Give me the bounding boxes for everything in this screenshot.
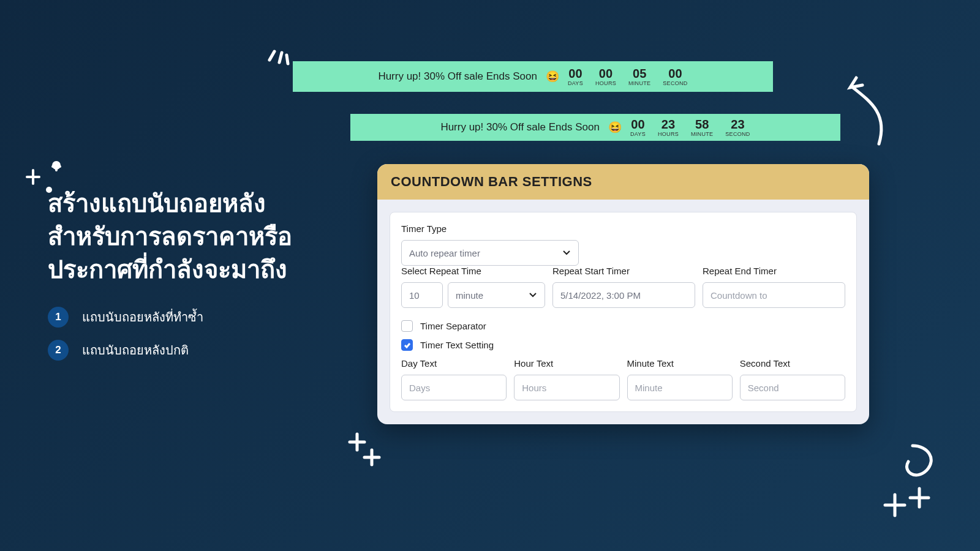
hero-title: สร้างแถบนับถอยหลังสำหรับการลดราคาหรือประ…	[48, 187, 323, 286]
timer-type-select[interactable]: Auto repear timer	[401, 240, 579, 266]
checkbox-label: Timer Separator	[420, 321, 486, 331]
chevron-down-icon	[529, 291, 537, 299]
day-text-label: Day Text	[401, 358, 507, 369]
emoji-icon: 😆	[546, 70, 559, 83]
hero-section: สร้างแถบนับถอยหลังสำหรับการลดราคาหรือประ…	[48, 187, 323, 373]
doodle-accent-icon	[263, 37, 294, 67]
countdown-units: 00DAYS 23HOURS 58MINUTE 23SECOND	[630, 118, 750, 137]
second-text-label: Second Text	[740, 358, 845, 369]
doodle-sparkle-icon	[346, 432, 383, 468]
repeat-time-label: Select Repeat Time	[401, 266, 545, 276]
bullet-number-icon: 1	[48, 307, 69, 328]
minute-text-label: Minute Text	[627, 358, 733, 369]
repeat-start-input[interactable]: 5/14/2022, 3:00 PM	[552, 282, 695, 308]
bullet-number-icon: 2	[48, 340, 69, 361]
bar-message: Hurry up! 30% Off sale Ends Soon	[440, 121, 600, 133]
doodle-swirl-sparkle-icon	[879, 441, 946, 520]
timer-type-label: Timer Type	[401, 223, 579, 234]
doodle-arrow-icon	[845, 70, 900, 150]
countdown-units: 00DAYS 00HOURS 05MINUTE 00SECOND	[568, 67, 688, 86]
minute-text-input[interactable]: Minute	[627, 375, 733, 400]
bullet-text: แถบนับถอยหลังปกติ	[82, 340, 189, 360]
bullet-text: แถบนับถอยหลังที่ทำซ้ำ	[82, 307, 203, 327]
checkbox-icon	[401, 320, 413, 332]
checkbox-label: Timer Text Setting	[420, 340, 494, 350]
svg-point-0	[52, 161, 61, 170]
settings-panel: COUNTDOWN BAR SETTIGNS Timer Type Auto r…	[377, 164, 869, 424]
second-text-input[interactable]: Second	[740, 375, 845, 400]
emoji-icon: 😆	[608, 121, 622, 134]
hour-text-input[interactable]: Hours	[514, 375, 619, 400]
countdown-bar-1: Hurry up! 30% Off sale Ends Soon 😆 00DAY…	[293, 61, 773, 92]
panel-title: COUNTDOWN BAR SETTIGNS	[377, 164, 869, 200]
timer-text-setting-checkbox[interactable]: Timer Text Setting	[401, 339, 845, 351]
repeat-time-value-input[interactable]: 10	[401, 282, 443, 308]
countdown-bar-2: Hurry up! 30% Off sale Ends Soon 😆 00DAY…	[350, 114, 840, 141]
timer-separator-checkbox[interactable]: Timer Separator	[401, 320, 845, 332]
chevron-down-icon	[562, 249, 571, 257]
repeat-end-input[interactable]: Countdown to	[703, 282, 845, 308]
bullet-2: 2 แถบนับถอยหลังปกติ	[48, 340, 323, 361]
bar-message: Hurry up! 30% Off sale Ends Soon	[378, 70, 537, 83]
hour-text-label: Hour Text	[514, 358, 619, 369]
day-text-input[interactable]: Days	[401, 375, 507, 400]
repeat-end-label: Repeat End Timer	[703, 266, 845, 276]
bullet-1: 1 แถบนับถอยหลังที่ทำซ้ำ	[48, 307, 323, 328]
repeat-start-label: Repeat Start Timer	[552, 266, 695, 276]
checkbox-checked-icon	[401, 339, 413, 351]
repeat-time-unit-select[interactable]: minute	[448, 282, 545, 308]
